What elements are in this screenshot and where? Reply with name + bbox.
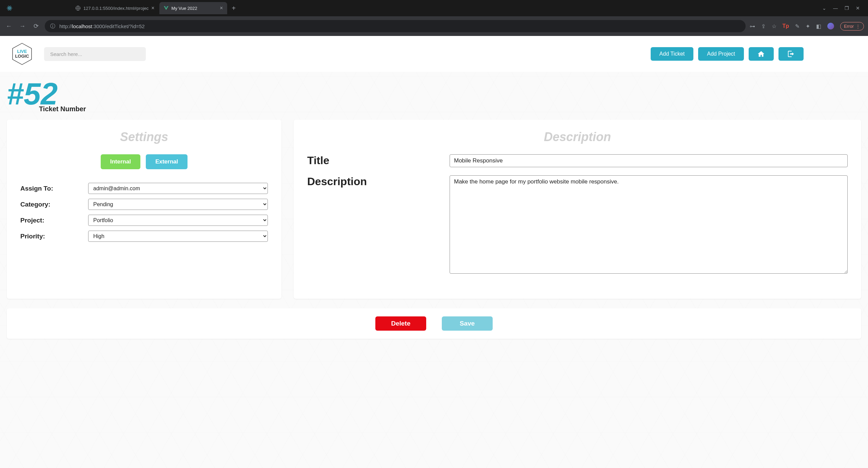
add-project-button[interactable]: Add Project [698,47,744,61]
main-content: #52 Ticket Number Settings Internal Exte… [0,72,868,346]
type-buttons: Internal External [20,154,268,169]
description-textarea[interactable]: Make the home page for my portfolio webs… [450,175,848,274]
project-row: Project: Portfolio [20,215,268,226]
description-label: Description [307,175,450,274]
title-label: Title [307,154,450,167]
delete-button[interactable]: Delete [375,316,426,331]
home-button[interactable] [749,47,774,61]
back-button[interactable]: ← [4,23,14,30]
globe-icon [75,5,81,11]
ticket-number: #52 [7,79,861,109]
project-label: Project: [20,217,88,224]
tp-icon[interactable]: Tp [783,23,789,29]
home-icon [757,50,765,58]
ticket-number-label: Ticket Number [39,105,861,113]
settings-panel-title: Settings [20,130,268,144]
url-bar[interactable]: ⓘ http://localhost:3000/editTicket/?id=5… [45,20,746,32]
category-label: Category: [20,201,88,208]
tab-title: My Vue 2022 [172,6,197,11]
browser-tab-0[interactable] [3,2,71,14]
logo-text: LIVE LOGIC [15,49,29,59]
title-input[interactable] [450,154,848,167]
description-panel: Description Title Description Make the h… [294,120,861,299]
priority-row: Priority: High [20,231,268,242]
key-icon[interactable]: ⊶ [750,23,755,30]
priority-select[interactable]: High [88,231,268,242]
url-text: http://localhost:3000/editTicket/?id=52 [59,23,145,29]
assign-to-label: Assign To: [20,185,88,192]
extensions-icon[interactable]: ✦ [806,23,810,30]
assign-to-select[interactable]: admin@admin.com [88,183,268,194]
category-row: Category: Pending [20,199,268,210]
tab-close-icon[interactable]: × [220,5,223,11]
category-select[interactable]: Pending [88,199,268,210]
panel-icon[interactable]: ◧ [816,23,821,30]
chevron-down-icon[interactable]: ⌄ [822,5,826,11]
menu-dots-icon: ⋮ [856,24,860,29]
description-row: Description Make the home page for my po… [307,175,848,274]
minimize-icon[interactable]: — [833,5,838,11]
site-info-icon[interactable]: ⓘ [50,23,55,30]
browser-toolbar-right: ⊶ ⇪ ☆ Tp ✎ ✦ ◧ Error ⋮ [750,22,864,31]
panels-container: Settings Internal External Assign To: ad… [7,120,861,299]
profile-avatar[interactable] [827,23,834,30]
action-bar: Delete Save [7,308,861,339]
svg-point-0 [9,8,10,9]
internal-type-button[interactable]: Internal [101,154,140,169]
add-ticket-button[interactable]: Add Ticket [651,47,694,61]
assign-to-row: Assign To: admin@admin.com [20,183,268,194]
page-content: LIVE LOGIC Add Ticket Add Project #52 Ti… [0,36,868,468]
star-icon[interactable]: ☆ [772,23,776,30]
browser-chrome: 127.0.0.1:5500/index.html#projec × My Vu… [0,0,868,36]
tab-title: 127.0.0.1:5500/index.html#projec [83,6,149,11]
tab-close-icon[interactable]: × [151,5,154,11]
tab-bar: 127.0.0.1:5500/index.html#projec × My Vu… [0,0,868,16]
settings-panel: Settings Internal External Assign To: ad… [7,120,281,299]
description-panel-title: Description [307,130,848,144]
external-type-button[interactable]: External [146,154,188,169]
new-tab-button[interactable]: + [228,4,240,12]
logout-icon [787,50,795,58]
window-controls: ⌄ — ❐ ✕ [822,5,865,11]
save-button[interactable]: Save [442,316,493,331]
error-badge[interactable]: Error ⋮ [840,22,864,31]
browser-tab-2[interactable]: My Vue 2022 × [159,2,227,14]
react-icon [7,5,12,11]
logout-button[interactable] [778,47,804,61]
ticket-header: #52 Ticket Number [7,79,861,113]
title-row: Title [307,154,848,167]
logo[interactable]: LIVE LOGIC [10,42,34,66]
reload-button[interactable]: ⟳ [31,22,41,30]
project-select[interactable]: Portfolio [88,215,268,226]
app-topbar: LIVE LOGIC Add Ticket Add Project [0,36,868,72]
forward-button[interactable]: → [18,23,27,30]
share-icon[interactable]: ⇪ [761,23,766,30]
vue-icon [163,5,169,11]
topbar-actions: Add Ticket Add Project [651,47,858,61]
close-icon[interactable]: ✕ [856,5,860,11]
maximize-icon[interactable]: ❐ [845,5,849,11]
search-input[interactable] [44,47,146,61]
browser-tab-1[interactable]: 127.0.0.1:5500/index.html#projec × [71,2,159,14]
priority-label: Priority: [20,233,88,240]
edit-icon[interactable]: ✎ [795,23,800,30]
address-bar: ← → ⟳ ⓘ http://localhost:3000/editTicket… [0,16,868,36]
